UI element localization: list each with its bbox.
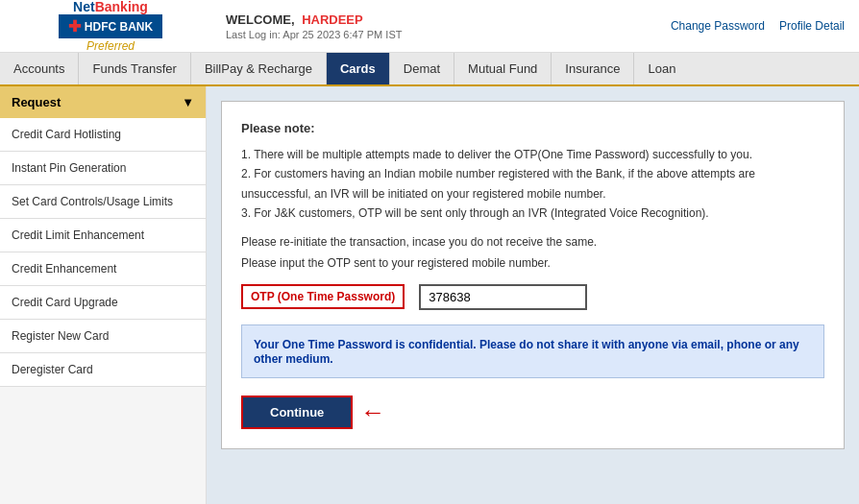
confidential-text: Your One Time Password is confidential. … bbox=[254, 338, 799, 366]
preferred-label: Preferred bbox=[86, 39, 135, 53]
netbanking-text: NetBanking bbox=[73, 0, 148, 14]
change-password-link[interactable]: Change Password bbox=[671, 19, 765, 33]
welcome-area: WELCOME, HARDEEP Last Log in: Apr 25 202… bbox=[211, 12, 671, 40]
otp-input[interactable] bbox=[419, 284, 587, 310]
continue-row: Continue ← bbox=[241, 396, 824, 429]
note-1: 1. There will be multiple attempts made … bbox=[241, 145, 824, 164]
re-initiate-text: Please re-initiate the transaction, inca… bbox=[241, 235, 824, 249]
nav-item-funds-transfer[interactable]: Funds Transfer bbox=[79, 53, 190, 84]
sidebar-item-register-new-card[interactable]: Register New Card bbox=[0, 320, 206, 353]
otp-row: OTP (One Time Password) bbox=[241, 284, 824, 310]
top-links: Change Password Profile Detail bbox=[671, 19, 849, 33]
sidebar: Request ▼ Credit Card Hotlisting Instant… bbox=[0, 86, 207, 504]
please-note-heading: Please note: bbox=[241, 121, 824, 135]
header: NetBanking ✚ HDFC BANK Preferred WELCOME… bbox=[0, 0, 859, 53]
content-area: Please note: 1. There will be multiple a… bbox=[207, 86, 859, 504]
sidebar-item-credit-card-upgrade[interactable]: Credit Card Upgrade bbox=[0, 286, 206, 320]
note-3: 3. For J&K customers, OTP will be sent o… bbox=[241, 204, 824, 223]
welcome-title: WELCOME, HARDEEP bbox=[226, 12, 671, 27]
input-prompt-text: Please input the OTP sent to your regist… bbox=[241, 256, 824, 270]
nav-item-billpay[interactable]: BillPay & Recharge bbox=[191, 53, 327, 84]
nav-item-loan[interactable]: Loan bbox=[634, 53, 689, 84]
main-layout: Request ▼ Credit Card Hotlisting Instant… bbox=[0, 86, 859, 504]
request-dropdown-icon: ▼ bbox=[182, 95, 194, 109]
sidebar-item-set-card-controls[interactable]: Set Card Controls/Usage Limits bbox=[0, 185, 206, 219]
sidebar-item-deregister-card[interactable]: Deregister Card bbox=[0, 353, 206, 387]
nav-item-accounts[interactable]: Accounts bbox=[0, 53, 79, 84]
nav-item-insurance[interactable]: Insurance bbox=[552, 53, 634, 84]
arrow-icon: ← bbox=[360, 397, 385, 427]
nav-bar: Accounts Funds Transfer BillPay & Rechar… bbox=[0, 53, 859, 86]
logo-area: NetBanking ✚ HDFC BANK Preferred bbox=[10, 0, 211, 53]
sidebar-item-credit-card-hotlisting[interactable]: Credit Card Hotlisting bbox=[0, 118, 206, 152]
sidebar-item-credit-limit-enhancement[interactable]: Credit Limit Enhancement bbox=[0, 219, 206, 252]
confidential-box: Your One Time Password is confidential. … bbox=[241, 324, 824, 378]
note-text-block: 1. There will be multiple attempts made … bbox=[241, 145, 824, 224]
continue-button[interactable]: Continue bbox=[241, 396, 353, 429]
otp-label: OTP (One Time Password) bbox=[241, 284, 405, 309]
profile-detail-link[interactable]: Profile Detail bbox=[779, 19, 845, 33]
sidebar-request-header[interactable]: Request ▼ bbox=[0, 86, 206, 118]
nav-item-cards[interactable]: Cards bbox=[327, 53, 390, 84]
note-2: 2. For customers having an Indian mobile… bbox=[241, 164, 824, 204]
content-box: Please note: 1. There will be multiple a… bbox=[221, 101, 845, 449]
nav-item-mutual-fund[interactable]: Mutual Fund bbox=[454, 53, 552, 84]
hdfc-bank-logo: ✚ HDFC BANK bbox=[59, 14, 162, 38]
nav-item-demat[interactable]: Demat bbox=[390, 53, 454, 84]
last-login: Last Log in: Apr 25 2023 6:47 PM IST bbox=[226, 29, 671, 40]
sidebar-item-credit-enhancement[interactable]: Credit Enhancement bbox=[0, 252, 206, 286]
sidebar-item-instant-pin[interactable]: Instant Pin Generation bbox=[0, 152, 206, 185]
